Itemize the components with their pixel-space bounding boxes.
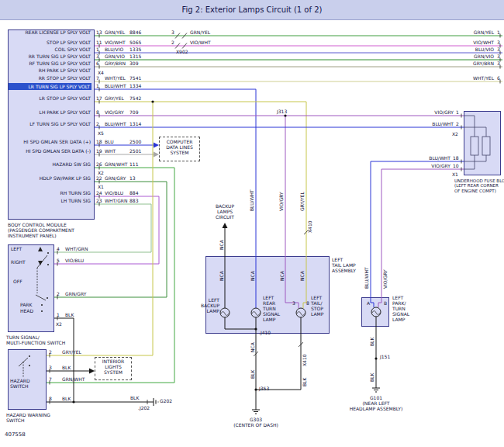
ground-symbol-g202	[154, 398, 158, 406]
wire-label-vertical: NCA	[219, 240, 224, 250]
wire-label-vertical: NCA	[300, 271, 305, 281]
lamp-label: LEFT TAIL/ STOP LAMP	[311, 295, 323, 317]
ground-symbol-g303	[252, 410, 260, 414]
circuit-number: 111	[129, 161, 138, 167]
computer-data-lines-label: COMPUTER DATA LINES SYSTEM	[159, 139, 200, 155]
bcm-pin: 17	[96, 95, 102, 101]
turn-signal-switch-block	[8, 244, 54, 332]
connector-id: X2	[452, 131, 458, 137]
arrow-interior-lights	[89, 369, 95, 374]
splice-label: .J410	[259, 330, 271, 335]
wire-label-vertical: BLU/WHT	[250, 189, 254, 211]
wire-label: BLU/WHT	[423, 155, 450, 161]
connector-pin: 10	[453, 163, 459, 168]
bcm-pin: 23	[96, 198, 102, 203]
circuit-number: 2501	[129, 148, 141, 154]
bcm-row-label: LH TURN SIG	[9, 198, 91, 203]
ground-label: G101 (NEAR LEFT HEADLAMP ASSEMBLY)	[349, 395, 403, 411]
wire-label: GRN/YEL	[190, 29, 210, 35]
bcm-pin: 22	[96, 175, 102, 181]
wire-label: GRY/BRN	[105, 61, 126, 66]
wire-label-vertical: GRY/YEL	[300, 192, 305, 211]
backup-circuit-label: BACKUP LAMPS CIRCUIT	[206, 203, 243, 220]
connector-pin: 3	[171, 29, 174, 35]
switch-pin: 2	[49, 349, 52, 355]
turn-switch-caption: TURN SIGNAL/ MULTI-FUNCTION SWITCH	[6, 334, 65, 345]
switch-position-label: PARK	[20, 302, 32, 307]
wire-label-vertical: NCA	[250, 271, 255, 281]
wire-label: BLU/WHT	[105, 121, 126, 126]
connector-pin: 3	[497, 40, 500, 45]
circuit-number: 5065	[129, 40, 141, 45]
ground-label: G202	[160, 398, 172, 404]
splice-label: J353	[259, 386, 269, 391]
wire-label-vertical: BLK	[250, 370, 255, 379]
connector-pin: 18	[453, 155, 459, 161]
wire-label-vertical: BLK	[370, 373, 375, 382]
connector-id: X902	[176, 49, 188, 54]
bcm-row-label: LF TURN SIG LP SPLY VOLT	[9, 121, 91, 126]
circuit-number: 7542	[129, 95, 141, 101]
wire-label-vertical: NCA	[250, 342, 255, 352]
wire-label: VIO/WHT	[190, 40, 211, 45]
wire-label: VIO/BLU	[105, 190, 123, 196]
wire-label-vertical: BLK	[370, 338, 375, 346]
underhood-fuse-block	[464, 111, 501, 175]
connector-id: X2	[56, 321, 62, 327]
tail-assembly-caption: LEFT TAIL LAMP ASSEMBLY	[332, 257, 356, 273]
wire-fuse-park-out	[378, 169, 464, 307]
connector-id-vertical: X410	[302, 354, 307, 366]
lamp-pin: 3	[292, 300, 295, 306]
connector-pin: 1	[497, 29, 500, 35]
wire-label-vertical: BLK	[302, 378, 307, 386]
bcm-row-label: LH PARK LP SPLY VOLT	[9, 109, 91, 115]
bcm-pin: 1	[96, 83, 99, 88]
wire-label: GRN/YEL	[463, 29, 494, 35]
bcm-pin: 3	[96, 54, 99, 59]
ground-symbol-g101	[372, 388, 380, 392]
bcm-pin: 19	[96, 148, 102, 154]
junction-hazard-feed	[151, 100, 154, 102]
wire-label: WHT/YEL	[105, 75, 126, 81]
wire-label: GRN/WHT	[105, 161, 127, 167]
bcm-row-label: RR STOP LP SPLY VOLT	[9, 75, 91, 81]
figure-title: Fig 2: Exterior Lamps Circuit (1 of 2)	[182, 5, 323, 14]
bcm-row-label: HI SPD GMLAN SER DATA (+)	[9, 139, 91, 144]
circuit-number: 884	[129, 190, 138, 196]
bcm-caption: BODY CONTROL MODULE (PASSENGER COMPARTME…	[8, 222, 74, 238]
connector-pin: 2	[171, 40, 174, 45]
junction-j353	[254, 388, 257, 390]
splice-label: .J202	[138, 405, 150, 411]
figure-title-bar: Fig 2: Exterior Lamps Circuit (1 of 2)	[0, 0, 504, 20]
circuit-number: 1335	[129, 47, 141, 52]
wire-label: GRN/GRY	[65, 291, 86, 296]
lamp-pin: 8	[306, 300, 309, 306]
bcm-pin: 7	[96, 75, 99, 81]
arrow-gmlan-minus	[154, 152, 159, 158]
wire-label: GRN/GRY	[105, 175, 126, 181]
switch-pin: 8	[49, 396, 52, 401]
lamp-label: LEFT PARK/ TURN SIGNAL LAMP	[392, 295, 409, 322]
wire-label: WHT	[105, 148, 116, 154]
connector-pin: 6	[497, 75, 500, 81]
bcm-row-label: RH PARK LP SPLY VOLT	[9, 68, 91, 73]
bcm-pin: 24	[96, 190, 102, 196]
circuit-number: 1314	[129, 121, 141, 126]
bcm-row-label: HDLP SW/PARK LP SIG	[9, 175, 91, 181]
wire-label-vertical: BLU/WHT	[364, 267, 369, 289]
hazard-switch-inner-label: HAZARD SWITCH	[10, 378, 30, 389]
splice-label: J151	[380, 354, 390, 359]
switch-pin: 2	[57, 291, 60, 296]
interior-lights-label: INTERIOR LIGHTS SYSTEM	[95, 359, 132, 375]
wire-label: VIO/GRY	[105, 109, 124, 115]
wire-label: WHT/GRN	[105, 198, 127, 203]
wire-label: BLK	[65, 312, 74, 317]
connector-pin: 2	[456, 121, 459, 126]
junction-j151	[375, 357, 377, 359]
lamp-pin: B	[384, 300, 387, 306]
switch-position-label: HEAD	[20, 308, 33, 314]
circuit-number: 709	[129, 109, 138, 115]
bcm-pin: 1	[96, 47, 99, 52]
switch-position-label: LEFT	[11, 246, 22, 251]
wire-label: BLU	[105, 139, 114, 144]
